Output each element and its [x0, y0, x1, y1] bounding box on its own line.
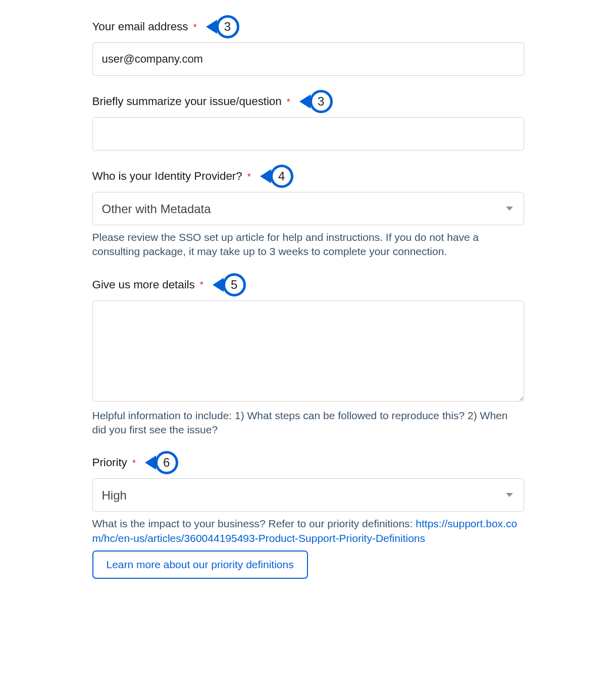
required-asterisk: * [287, 97, 290, 107]
label-text: Your email address [92, 20, 188, 33]
idp-label: Who is your Identity Provider? * [92, 170, 251, 183]
details-label: Give us more details * [92, 278, 203, 291]
callout-badge-5: 5 [213, 273, 246, 296]
summary-input[interactable] [92, 117, 524, 151]
email-label: Your email address * [92, 20, 197, 33]
callout-badge-4: 4 [260, 165, 293, 188]
callout-number: 4 [270, 165, 293, 188]
details-help-text: Helpful information to include: 1) What … [92, 409, 524, 437]
callout-tail-icon [299, 94, 311, 109]
idp-select[interactable]: Other with Metadata [92, 192, 524, 225]
label-row: Your email address * 3 [92, 15, 524, 38]
field-details: Give us more details * 5 Helpful informa… [92, 273, 524, 437]
callout-number: 3 [216, 15, 239, 38]
priority-select[interactable]: High [92, 478, 524, 512]
label-text: Who is your Identity Provider? [92, 170, 242, 182]
label-row: Give us more details * 5 [92, 273, 524, 296]
callout-tail-icon [206, 20, 217, 34]
label-row: Who is your Identity Provider? * 4 [92, 165, 524, 188]
summary-label: Briefly summarize your issue/question * [92, 95, 290, 108]
priority-select-wrap: High [92, 478, 524, 512]
callout-tail-icon [260, 169, 271, 183]
field-summary: Briefly summarize your issue/question * … [92, 90, 524, 151]
callout-tail-icon [213, 278, 224, 292]
label-row: Priority * 6 [92, 451, 524, 474]
required-asterisk: * [200, 280, 203, 290]
callout-number: 3 [310, 90, 333, 113]
callout-tail-icon [145, 456, 156, 470]
email-input[interactable] [92, 42, 524, 76]
label-text: Priority [92, 456, 127, 469]
details-textarea[interactable] [92, 301, 524, 402]
priority-help-prefix: What is the impact to your business? Ref… [92, 518, 416, 529]
required-asterisk: * [132, 458, 136, 468]
required-asterisk: * [247, 172, 251, 182]
learn-more-button[interactable]: Learn more about our priority definition… [92, 551, 308, 579]
callout-number: 5 [223, 273, 246, 296]
field-priority: Priority * 6 High What is the impact to … [92, 451, 524, 579]
label-row: Briefly summarize your issue/question * … [92, 90, 524, 113]
priority-label: Priority * [92, 456, 136, 469]
idp-help-text: Please review the SSO set up article for… [92, 230, 524, 259]
callout-badge-3: 3 [206, 15, 239, 38]
label-text: Briefly summarize your issue/question [92, 95, 282, 108]
priority-help-text: What is the impact to your business? Ref… [92, 517, 524, 545]
required-asterisk: * [193, 22, 197, 32]
callout-badge-3b: 3 [299, 90, 333, 113]
callout-badge-6: 6 [145, 451, 178, 474]
idp-select-wrap: Other with Metadata [92, 192, 524, 225]
label-text: Give us more details [92, 278, 195, 291]
support-form: Your email address * 3 Briefly summarize… [92, 15, 524, 579]
callout-number: 6 [155, 451, 178, 474]
field-email: Your email address * 3 [92, 15, 524, 76]
field-identity-provider: Who is your Identity Provider? * 4 Other… [92, 165, 524, 259]
